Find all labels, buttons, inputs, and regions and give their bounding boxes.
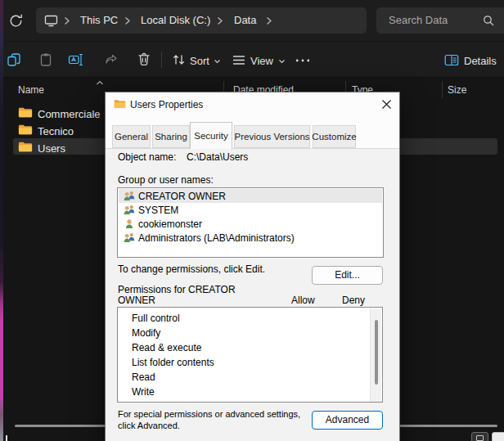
folder-icon — [18, 106, 33, 119]
text-cursor-mark — [6, 435, 7, 441]
edit-hint: To change permissions, click Edit. — [118, 263, 265, 275]
list-item-creator-owner[interactable]: CREATOR OWNER — [119, 189, 382, 203]
breadcrumb-chevron-1[interactable] — [63, 16, 70, 25]
permissions-label-line1: Permissions for CREATOR — [118, 284, 236, 295]
details-view-toggle-icon[interactable] — [471, 432, 488, 441]
paste-icon[interactable] — [38, 52, 53, 67]
permission-special[interactable]: Special permissions — [132, 400, 219, 403]
column-header-size[interactable]: Size — [448, 84, 466, 96]
allow-column-label: Allow — [291, 295, 315, 306]
user-icon — [123, 218, 136, 230]
scrollbar-thumb[interactable] — [375, 320, 378, 385]
details-icon[interactable] — [444, 54, 459, 66]
sort-button[interactable]: Sort — [190, 55, 209, 67]
file-row-users[interactable]: Users — [38, 142, 65, 155]
edit-button[interactable]: Edit... — [312, 266, 383, 285]
breadcrumb-chevron-2[interactable] — [124, 16, 131, 25]
permissions-list[interactable]: Full control Modify Read & execute List … — [117, 307, 383, 403]
this-pc-icon[interactable] — [44, 14, 58, 27]
permissions-label-line2: OWNER — [118, 295, 155, 306]
tab-customize[interactable]: Customize — [313, 125, 356, 148]
advanced-button[interactable]: Advanced — [312, 411, 383, 430]
deny-column-label: Deny — [342, 295, 365, 306]
permission-read-execute[interactable]: Read & execute — [132, 342, 201, 353]
list-item-system[interactable]: SYSTEM — [119, 203, 382, 217]
thumbnail-view-toggle-icon[interactable] — [492, 432, 504, 441]
rename-icon[interactable] — [68, 52, 83, 67]
permission-write[interactable]: Write — [132, 386, 155, 398]
group-icon — [123, 190, 136, 202]
group-icon — [123, 232, 136, 244]
more-options-icon[interactable] — [295, 58, 310, 63]
permissions-scrollbar[interactable] — [370, 308, 381, 403]
view-chevron-icon[interactable] — [278, 58, 286, 65]
breadcrumb-chevron-4[interactable] — [265, 16, 272, 25]
tab-sharing[interactable]: Sharing — [152, 125, 190, 148]
search-icon[interactable] — [483, 15, 494, 26]
breadcrumb-local-disk[interactable]: Local Disk (C:) — [141, 14, 210, 26]
object-name-value: C:\Data\Users — [187, 151, 248, 163]
breadcrumb-data[interactable]: Data — [234, 14, 256, 26]
view-button[interactable]: View — [250, 55, 273, 67]
tab-previous-versions[interactable]: Previous Versions — [234, 125, 310, 148]
file-row-commerciale[interactable]: Commerciale — [38, 108, 101, 120]
list-item-administrators[interactable]: Administrators (LAB\Administrators) — [119, 231, 382, 245]
group-user-names-list[interactable]: CREATOR OWNER SYSTEM cookiemonster Admin… — [117, 187, 384, 258]
view-icon[interactable] — [232, 54, 245, 66]
sort-chevron-icon[interactable] — [214, 58, 221, 65]
breadcrumb-this-pc[interactable]: This PC — [80, 14, 118, 26]
folder-icon — [18, 141, 33, 153]
search-placeholder[interactable]: Search Data — [389, 14, 448, 26]
column-divider[interactable] — [442, 81, 443, 98]
sort-ascending-icon — [96, 80, 104, 85]
advanced-hint-line1: For special permissions or advanced sett… — [118, 409, 300, 419]
copy-icon[interactable] — [7, 52, 21, 67]
refresh-icon[interactable] — [8, 13, 24, 29]
users-properties-dialog: Users Properties General Sharing Securit… — [105, 92, 400, 441]
breadcrumb-chevron-3[interactable] — [216, 16, 223, 25]
folder-icon — [18, 124, 33, 136]
permission-list-folder-contents[interactable]: List folder contents — [132, 357, 214, 368]
permission-read[interactable]: Read — [132, 371, 155, 383]
list-item-cookiemonster[interactable]: cookiemonster — [119, 217, 382, 231]
column-header-name[interactable]: Name — [18, 84, 44, 96]
group-icon — [123, 204, 136, 216]
close-icon[interactable] — [381, 99, 392, 110]
tab-pane-border — [106, 148, 399, 149]
details-button[interactable]: Details — [464, 55, 497, 67]
toolbar-divider — [161, 52, 162, 68]
dialog-title: Users Properties — [130, 99, 203, 110]
advanced-hint-line2: click Advanced. — [118, 421, 180, 430]
object-name-label: Object name: — [118, 151, 176, 163]
tab-security[interactable]: Security — [190, 122, 232, 149]
permission-full-control[interactable]: Full control — [132, 313, 180, 324]
tab-general[interactable]: General — [112, 125, 151, 148]
sort-icon[interactable] — [172, 53, 186, 66]
delete-icon[interactable] — [137, 52, 151, 67]
group-user-names-label: Group or user names: — [118, 174, 214, 186]
folder-icon — [114, 99, 126, 109]
permission-modify[interactable]: Modify — [132, 327, 160, 339]
file-row-tecnico[interactable]: Tecnico — [38, 125, 74, 137]
share-icon[interactable] — [104, 52, 119, 67]
